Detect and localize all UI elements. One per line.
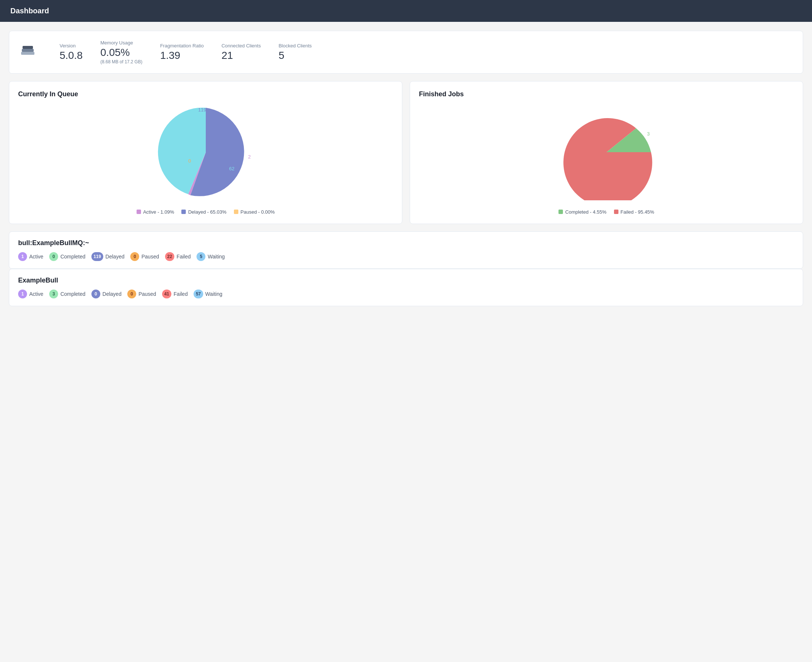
finished-pie-wrapper: 63 3: [558, 104, 655, 200]
svg-rect-2: [22, 46, 33, 49]
badge-count-1-failed: 41: [162, 289, 171, 299]
legend-paused-label: Paused - 0.00%: [241, 209, 275, 215]
stats-card: Version 5.0.8 Memory Usage 0.05% (8.68 M…: [9, 31, 803, 74]
finished-chart-card: Finished Jobs 63 3: [410, 81, 803, 224]
finished-pie-svg: [558, 104, 655, 200]
badge-group-1-delayed[interactable]: 0Delayed: [91, 289, 121, 299]
queue-card-0: bull:ExampleBullMQ:~1Active0Completed119…: [9, 231, 803, 269]
finished-chart-title: Finished Jobs: [419, 90, 794, 98]
app-logo-icon: [18, 41, 37, 63]
charts-row: Currently In Queue: [9, 81, 803, 224]
clients-stat: Connected Clients 21: [221, 43, 260, 61]
queue-label-62: 62: [229, 166, 234, 172]
legend-completed-label: Completed - 4.55%: [565, 209, 606, 215]
legend-delayed-color: [181, 210, 186, 214]
queue-chart-title: Currently In Queue: [18, 90, 393, 98]
badge-count-0-paused: 0: [130, 252, 139, 261]
badge-group-0-active[interactable]: 1Active: [18, 252, 43, 261]
legend-failed-color: [614, 210, 618, 214]
badge-count-0-completed: 0: [49, 252, 58, 261]
svg-rect-1: [22, 49, 34, 52]
queue-label-119: 119: [198, 107, 207, 112]
finished-legend: Completed - 4.55% Failed - 95.45%: [558, 209, 654, 215]
queue-chart-container: 119 2 0 62 Active - 1.09% Delayed - 65.0…: [18, 104, 393, 215]
queue-chart-card: Currently In Queue: [9, 81, 402, 224]
queue-badges-1: 1Active3Completed0Delayed0Paused41Failed…: [18, 289, 794, 299]
badge-group-1-waiting[interactable]: 57Waiting: [194, 289, 222, 299]
badge-label-0-waiting: Waiting: [208, 254, 225, 260]
legend-active-color: [136, 210, 141, 214]
badge-count-1-paused: 0: [127, 289, 136, 299]
version-stat: Version 5.0.8: [59, 43, 82, 61]
queue-label-0: 0: [188, 158, 191, 164]
badge-count-1-active: 1: [18, 289, 27, 299]
badge-group-0-waiting[interactable]: 5Waiting: [197, 252, 225, 261]
queue-label-2: 2: [248, 154, 250, 159]
badge-label-1-active: Active: [29, 291, 43, 297]
badge-count-1-delayed: 0: [91, 289, 100, 299]
queue-pie-svg: [158, 104, 254, 200]
legend-failed: Failed - 95.45%: [614, 209, 654, 215]
badge-label-1-paused: Paused: [138, 291, 156, 297]
badge-label-1-failed: Failed: [173, 291, 188, 297]
queue-pie-wrapper: 119 2 0 62: [158, 104, 254, 200]
legend-completed: Completed - 4.55%: [558, 209, 606, 215]
memory-stat: Memory Usage 0.05% (8.68 MB of 17.2 GB): [100, 40, 142, 64]
badge-group-0-failed[interactable]: 22Failed: [165, 252, 191, 261]
finished-label-3: 3: [647, 131, 650, 137]
finished-label-63: 63: [564, 152, 569, 158]
badge-group-0-completed[interactable]: 0Completed: [49, 252, 85, 261]
legend-active-label: Active - 1.09%: [143, 209, 174, 215]
legend-delayed-label: Delayed - 65.03%: [188, 209, 226, 215]
frag-stat: Fragmentation Ratio 1.39: [160, 43, 204, 61]
badge-label-0-delayed: Delayed: [106, 254, 124, 260]
queue-cards-container: bull:ExampleBullMQ:~1Active0Completed119…: [9, 231, 803, 306]
badge-label-1-waiting: Waiting: [205, 291, 222, 297]
header-title: Dashboard: [10, 6, 49, 15]
header: Dashboard: [0, 0, 812, 22]
badge-label-0-paused: Paused: [141, 254, 159, 260]
badge-count-0-failed: 22: [165, 252, 174, 261]
legend-delayed: Delayed - 65.03%: [181, 209, 226, 215]
badge-count-0-active: 1: [18, 252, 27, 261]
queue-name-0[interactable]: bull:ExampleBullMQ:~: [18, 239, 794, 247]
badge-label-0-failed: Failed: [177, 254, 191, 260]
badge-label-1-completed: Completed: [60, 291, 85, 297]
badge-group-1-completed[interactable]: 3Completed: [49, 289, 85, 299]
queue-legend: Active - 1.09% Delayed - 65.03% Paused -…: [136, 209, 275, 215]
badge-group-1-paused[interactable]: 0Paused: [127, 289, 156, 299]
badge-label-1-delayed: Delayed: [103, 291, 121, 297]
badge-label-0-completed: Completed: [60, 254, 85, 260]
badge-group-1-failed[interactable]: 41Failed: [162, 289, 188, 299]
badge-count-1-waiting: 57: [194, 289, 203, 299]
legend-paused-color: [234, 210, 238, 214]
queue-badges-0: 1Active0Completed119Delayed0Paused22Fail…: [18, 252, 794, 261]
finished-chart-container: 63 3 Completed - 4.55% Failed - 95.45%: [419, 104, 794, 215]
badge-group-0-paused[interactable]: 0Paused: [130, 252, 159, 261]
badge-count-0-waiting: 5: [197, 252, 205, 261]
queue-name-1[interactable]: ExampleBull: [18, 276, 794, 284]
legend-paused: Paused - 0.00%: [234, 209, 275, 215]
queue-card-1: ExampleBull1Active3Completed0Delayed0Pau…: [9, 269, 803, 306]
legend-failed-label: Failed - 95.45%: [621, 209, 654, 215]
badge-group-0-delayed[interactable]: 119Delayed: [91, 252, 124, 261]
blocked-stat: Blocked Clients 5: [279, 43, 312, 61]
badge-group-1-active[interactable]: 1Active: [18, 289, 43, 299]
badge-label-0-active: Active: [29, 254, 43, 260]
legend-completed-color: [558, 210, 563, 214]
legend-active: Active - 1.09%: [136, 209, 174, 215]
badge-count-1-completed: 3: [49, 289, 58, 299]
badge-count-0-delayed: 119: [91, 252, 103, 261]
svg-rect-0: [21, 52, 34, 55]
